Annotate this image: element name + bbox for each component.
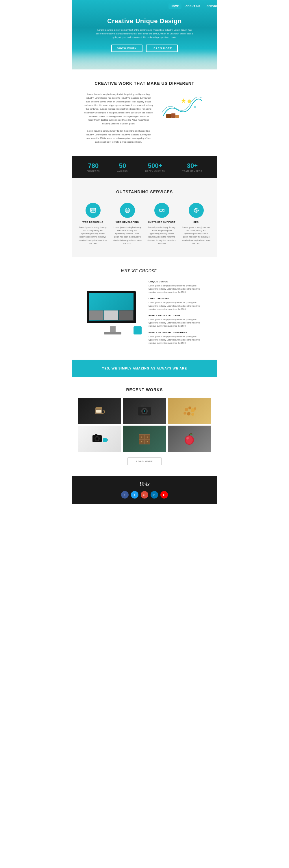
nav-home[interactable]: HOME: [169, 3, 181, 9]
work-thumb-3-svg: [181, 402, 198, 420]
svg-point-33: [188, 406, 191, 409]
monitor-screen-content: [89, 293, 134, 321]
support-icon: [154, 203, 169, 218]
monitor-base: [104, 332, 121, 335]
social-facebook[interactable]: f: [121, 491, 129, 498]
work-item-5[interactable]: [123, 426, 166, 452]
stat-clients-number: 500+: [145, 162, 165, 169]
feature-dedicated-team: HIGHLY DEDICATED TEAM Lorem Ipsum is sim…: [149, 314, 205, 328]
why-brand: Unix: [158, 268, 168, 273]
illustration-graphic: [160, 93, 204, 124]
web-dev-title: WEB DEVELOPING: [112, 221, 142, 223]
hero-content: Creative Unique Design Lorem Ipsum is si…: [78, 18, 211, 52]
svg-point-36: [187, 412, 190, 415]
work-item-4[interactable]: [78, 426, 121, 452]
header: Unix HOME ABOUT US SERVICES PORTFOLIO CO…: [72, 0, 217, 12]
svg-point-41: [96, 437, 98, 440]
banner-text: YES, WE SIMPLY AMAZING AS ALWAYS WE ARE: [78, 367, 211, 370]
stat-awards: 50 AWARDS: [117, 162, 128, 172]
learn-more-button[interactable]: LEARN MORE: [146, 44, 178, 52]
screen-thumb-2: [104, 310, 118, 320]
show-work-button[interactable]: SHOW WORK: [111, 44, 142, 52]
hero-description: Lorem Ipsum is simply dummy text of the …: [95, 28, 194, 39]
why-section: WHY WE CHOOSE Unix: [72, 257, 217, 360]
feature-dedicated-team-desc: Lorem Ipsum is simply dummy text of the …: [149, 318, 205, 328]
feature-creative-work-desc: Lorem Ipsum is simply dummy text of the …: [149, 301, 205, 311]
creative-text-1: Lorem Ipsum is simply dummy text of the …: [84, 93, 153, 126]
service-seo: SEO Lorem Ipsum is simply dummy text of …: [181, 203, 211, 245]
works-section: RECENT WORKS: [72, 377, 217, 476]
social-googleplus[interactable]: g+: [141, 491, 148, 498]
social-youtube[interactable]: ▶: [160, 491, 168, 498]
monitor-stand: [110, 327, 116, 332]
work-thumb-5: [123, 426, 166, 452]
support-title: CUSTOMER SUPPORT: [147, 221, 177, 223]
stat-awards-number: 50: [117, 162, 128, 169]
creative-text-2: Lorem Ipsum is simply dummy text of the …: [84, 129, 153, 144]
svg-point-38: [194, 407, 196, 410]
svg-rect-26: [96, 410, 102, 412]
svg-point-3: [187, 99, 191, 103]
works-heading: RECENT WORKS: [78, 388, 211, 392]
svg-point-32: [185, 408, 188, 411]
social-twitter[interactable]: t: [131, 491, 138, 498]
feature-unique-design-desc: Lorem Ipsum is simply dummy text of the …: [149, 284, 205, 294]
svg-rect-31: [141, 405, 144, 407]
nav-services[interactable]: SERVICES: [204, 3, 217, 9]
svg-point-49: [141, 437, 142, 438]
creative-text: Lorem Ipsum is simply dummy text of the …: [84, 93, 153, 148]
feature-unique-design-title: UNIQUE DESIGN: [149, 280, 205, 283]
load-more-button[interactable]: LOAD MORE: [128, 458, 161, 465]
feature-satisfied-customers: HIGHLY SATISFIED CUSTOMERS Lorem Ipsum i…: [149, 331, 205, 345]
work-thumb-6: [168, 426, 211, 452]
hero-buttons: SHOW WORK LEARN MORE: [95, 44, 194, 52]
feature-creative-work: CREATIVE WORK Lorem Ipsum is simply dumm…: [149, 297, 205, 311]
svg-point-50: [147, 437, 148, 438]
feature-creative-work-title: CREATIVE WORK: [149, 297, 205, 300]
service-support: CUSTOMER SUPPORT Lorem Ipsum is simply d…: [147, 203, 177, 245]
svg-rect-0: [166, 114, 171, 118]
svg-rect-6: [91, 208, 96, 212]
monitor-illustration: [84, 291, 142, 337]
creative-section: CREATIVE WORK THAT MAKE US DIFFERENT Lor…: [72, 69, 217, 156]
screen-bottom: [89, 310, 134, 321]
feature-unique-design: UNIQUE DESIGN Lorem Ipsum is simply dumm…: [149, 280, 205, 294]
svg-point-30: [144, 410, 145, 412]
footer: Unix f t g+ in ▶: [72, 476, 217, 504]
web-design-icon: [85, 203, 101, 218]
svg-point-19: [196, 210, 196, 211]
web-design-desc: Lorem Ipsum is simply dummy text of the …: [78, 226, 108, 245]
work-item-1[interactable]: [78, 398, 121, 424]
stat-team-number: 30+: [182, 162, 202, 169]
footer-logo: Unix: [78, 482, 211, 488]
social-linkedin[interactable]: in: [151, 491, 158, 498]
why-heading: WHY WE CHOOSE Unix: [84, 268, 205, 273]
work-thumb-4: [78, 426, 121, 452]
nav-about[interactable]: ABOUT US: [183, 3, 203, 9]
web-design-title: WEB DESIGNING: [78, 221, 108, 223]
work-item-6[interactable]: [168, 426, 211, 452]
screen-top: [89, 293, 134, 310]
monitor-body: [87, 291, 136, 323]
stat-awards-label: AWARDS: [117, 170, 128, 172]
work-item-3[interactable]: [168, 398, 211, 424]
svg-rect-1: [171, 114, 175, 118]
screen-thumb-3: [119, 310, 133, 320]
banner-cta: YES, WE SIMPLY AMAZING AS ALWAYS WE ARE: [72, 360, 217, 377]
svg-rect-42: [95, 434, 97, 435]
svg-point-37: [191, 413, 194, 416]
work-thumb-1: [78, 398, 121, 424]
work-thumb-6-svg: [181, 430, 198, 447]
work-thumb-5-svg: [136, 430, 153, 447]
stat-projects-number: 780: [87, 162, 100, 169]
work-item-2[interactable]: [123, 398, 166, 424]
why-features: UNIQUE DESIGN Lorem Ipsum is simply dumm…: [149, 280, 205, 348]
work-thumb-3: [168, 398, 211, 424]
works-grid: [78, 398, 211, 452]
seo-title: SEO: [181, 221, 211, 223]
monitor-mug: [134, 327, 142, 335]
stat-team-label: TEAM MEMBERS: [182, 170, 202, 172]
work-thumb-2-svg: [136, 402, 153, 420]
svg-marker-5: [181, 98, 186, 103]
seo-icon: [189, 203, 204, 218]
